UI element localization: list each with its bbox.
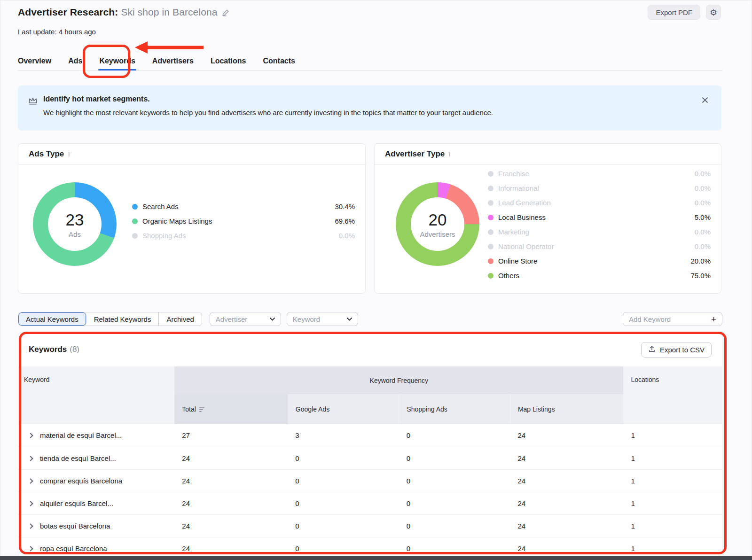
map-listings-cell: 24 [510,424,623,447]
tab-keywords[interactable]: Keywords [99,52,135,70]
legend-item-online-store: Online Store20.0% [488,254,711,268]
advertiser-type-title: Advertiser Type [385,149,445,159]
legend-label: Search Ads [142,202,179,210]
shopping-ads-cell: 0 [399,447,510,469]
legend-value: 0.0% [695,228,711,236]
keyword-filter-select[interactable]: Keyword [287,312,358,326]
legend-dot [488,171,494,177]
add-keyword-input[interactable] [629,315,708,323]
legend-dot [488,258,494,264]
expand-row-icon[interactable] [28,456,33,461]
sort-descending-icon[interactable] [199,406,205,413]
advertiser-type-card-body: 20 Advertisers Franchise0.0%Informationa… [375,165,721,294]
shopping-ads-cell: 0 [399,514,510,537]
export-pdf-button[interactable]: Export PDF [648,5,700,20]
legend-value: 0.0% [695,184,711,192]
google-ads-cell: 0 [288,492,399,514]
search-query-text: Ski shop in Barcelona [121,7,217,17]
settings-button[interactable]: ⚙ [706,5,721,20]
legend-value: 0.0% [695,170,711,178]
donut-center-label: Advertisers [420,230,455,238]
keywords-table-body: material de esquí Barcel...2730241tienda… [18,424,722,560]
charts-section: Ads Type i 23 Ads Search Ads30.4%Organic… [18,143,721,294]
table-row: botas esquí Barcelona2400241 [18,514,722,537]
legend-dot [488,229,494,235]
advertiser-filter-select[interactable]: Advertiser [210,312,281,326]
ads-type-card-header: Ads Type i [18,144,365,165]
donut-center-value: 23 [66,210,84,229]
expand-row-icon[interactable] [28,546,33,551]
shopping-ads-cell: 0 [399,492,510,514]
keywords-view-switcher: Actual KeywordsRelated KeywordsArchived [18,312,202,326]
page-header: Advertiser Research:Ski shop in Barcelon… [18,5,721,20]
legend-dot [488,215,494,220]
add-keyword-plus-icon[interactable]: + [711,315,716,324]
column-group-keyword-frequency: Keyword Frequency [174,366,623,394]
tab-locations[interactable]: Locations [211,52,246,70]
total-cell: 24 [174,514,288,537]
keyword-cell-text: comprar esquís Barcelona [40,477,122,485]
column-header-total[interactable]: Total [174,394,288,424]
legend-dot [488,244,494,249]
crown-icon [27,95,39,131]
keywords-table-card: Keywords(8) Export to CSV Keyword Keywor… [18,332,722,560]
google-ads-cell: 0 [288,469,399,492]
info-icon[interactable]: i [68,151,70,158]
export-csv-label: Export to CSV [660,346,705,354]
gear-icon: ⚙ [710,8,717,17]
info-icon[interactable]: i [449,151,450,158]
legend-item-local-business: Local Business5.0% [488,210,711,225]
add-keyword-field: + [623,312,722,326]
banner-close-button[interactable] [702,97,708,105]
legend-dot [132,218,138,224]
legend-item-marketing: Marketing0.0% [488,225,711,239]
header-actions: Export PDF ⚙ [648,5,721,20]
expand-row-icon[interactable] [28,501,33,506]
keywords-table-header: Keywords(8) Export to CSV [18,333,722,366]
map-listings-cell: 24 [510,447,623,469]
google-ads-cell: 3 [288,424,399,447]
map-listings-cell: 24 [510,514,623,537]
locations-cell: 1 [623,492,722,514]
tab-ads[interactable]: Ads [68,52,82,70]
locations-cell: 1 [623,469,722,492]
legend-dot [488,200,494,206]
legend-item-others: Others75.0% [488,268,711,283]
donut-center: 20 Advertisers [411,197,464,251]
donut-center-value: 20 [429,210,447,229]
edit-query-icon[interactable] [221,8,230,17]
total-cell: 24 [174,492,288,514]
legend-label: Others [498,272,519,280]
legend-dot [488,186,494,191]
segment-archived[interactable]: Archived [159,312,201,326]
total-cell: 27 [174,424,288,447]
tab-overview[interactable]: Overview [18,52,51,70]
export-csv-button[interactable]: Export to CSV [641,342,712,358]
segment-related-keywords[interactable]: Related Keywords [86,312,159,326]
table-row: comprar esquís Barcelona2400241 [18,469,722,492]
total-cell: 24 [174,447,288,469]
expand-row-icon[interactable] [28,478,33,483]
legend-item-franchise: Franchise0.0% [488,166,711,181]
close-icon [702,98,708,105]
page-title: Advertiser Research:Ski shop in Barcelon… [18,7,218,18]
expand-row-icon[interactable] [28,523,33,529]
segment-actual-keywords[interactable]: Actual Keywords [18,312,86,326]
column-header-shopping-ads: Shopping Ads [399,394,510,424]
expand-row-icon[interactable] [28,433,33,438]
legend-label: Online Store [498,257,537,265]
tab-contacts[interactable]: Contacts [263,52,295,70]
column-header-map-listings: Map Listings [510,394,623,424]
legend-value: 20.0% [690,257,711,265]
advertiser-type-card-header: Advertiser Type i [375,144,721,165]
keyword-cell-text: alquiler esquís Barcel... [40,499,113,507]
legend-label: Lead Generation [498,199,551,207]
legend-label: Franchise [498,170,529,178]
column-header-keyword: Keyword [18,366,174,424]
legend-dot [132,204,138,210]
keyword-cell-text: tienda de esquí Barcel... [40,454,116,462]
map-listings-cell: 24 [510,492,623,514]
legend-value: 5.0% [695,213,711,221]
tab-advertisers[interactable]: Advertisers [152,52,194,70]
ads-type-title: Ads Type [29,149,64,159]
